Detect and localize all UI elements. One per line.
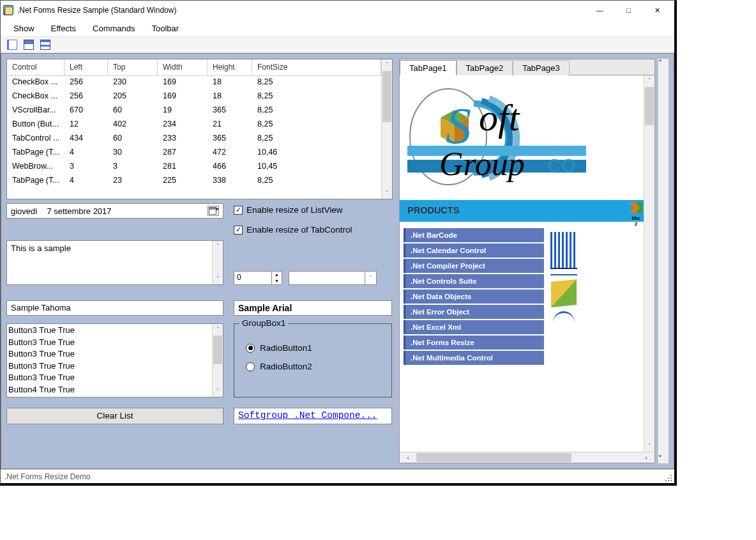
clear-list-button[interactable]: Clear List: [6, 408, 223, 424]
cell: 18: [208, 90, 252, 104]
scroll-thumb[interactable]: [645, 87, 654, 125]
groupbox: GroupBox1 RadioButton1 RadioButton2: [234, 323, 392, 397]
col-top[interactable]: Top: [108, 59, 158, 76]
scroll-up-icon[interactable]: ˄: [382, 59, 392, 70]
scroll-up-icon[interactable]: ˄: [644, 75, 654, 86]
col-fontsize[interactable]: FontSize: [252, 59, 381, 76]
scroll-down-icon[interactable]: ˅: [213, 386, 223, 397]
cell: 256: [64, 76, 108, 90]
form-icon[interactable]: [24, 40, 34, 50]
link-anchor[interactable]: Softgroup .Net Compone...: [238, 410, 377, 420]
product-item[interactable]: .Net Multimedia Control: [404, 351, 544, 365]
tab-page2[interactable]: TabPage2: [457, 60, 513, 75]
combobox[interactable]: ˅: [289, 271, 377, 285]
menu-commands[interactable]: Commands: [86, 22, 141, 35]
numeric-spinner[interactable]: 0 ▲ ▼: [234, 271, 282, 285]
cell: 281: [158, 160, 208, 174]
product-item[interactable]: .Net Data Objects: [404, 289, 544, 304]
browser-hscroll[interactable]: ‹ ›: [400, 452, 654, 463]
list-item[interactable]: Button3 True True: [8, 348, 211, 360]
scroll-down-icon[interactable]: ˅: [382, 188, 392, 199]
client-area: Control Left Top Width Height FontSize C…: [1, 53, 674, 469]
panel-vscroll[interactable]: ˄ ˅: [658, 59, 669, 463]
col-left[interactable]: Left: [64, 59, 108, 76]
product-item[interactable]: .Net Forms Resize: [404, 336, 544, 350]
close-button[interactable]: ✕: [643, 1, 672, 19]
spinner-up-icon[interactable]: ▲: [272, 272, 282, 278]
sample-textarea[interactable]: This is a sample ˄ ˅: [6, 240, 223, 285]
web-browser-content[interactable]: oft S Group CO PRODUCTS: [400, 75, 644, 452]
menu-bar: Show Effects Commands Toolbar: [1, 20, 674, 36]
menu-toolbar[interactable]: Toolbar: [146, 22, 186, 35]
product-item[interactable]: .Net BarCode: [404, 228, 544, 242]
table-row[interactable]: Button (But...12402234218,25: [7, 118, 381, 132]
list-item[interactable]: Button3 True True: [8, 360, 211, 373]
minimize-button[interactable]: —: [586, 1, 614, 19]
list-item[interactable]: Button3 True True: [8, 372, 211, 384]
product-item[interactable]: .Net Error Object: [404, 305, 544, 319]
listbox-scrollbar[interactable]: ˄ ˅: [212, 324, 223, 397]
resize-grip-icon[interactable]: [665, 474, 672, 482]
scroll-right-icon[interactable]: ›: [638, 452, 654, 463]
scroll-down-icon[interactable]: ˅: [213, 274, 223, 284]
textarea-scrollbar[interactable]: ˄ ˅: [212, 241, 223, 284]
scroll-up-icon[interactable]: ˄: [213, 324, 223, 335]
scroll-up-icon[interactable]: ˄: [658, 59, 669, 68]
table-row[interactable]: TabPage (T...43028747210,46: [7, 146, 381, 160]
checkbox-resize-tabcontrol[interactable]: ✓: [234, 226, 243, 235]
menu-show[interactable]: Show: [7, 22, 41, 35]
new-document-icon[interactable]: [7, 40, 17, 50]
col-width[interactable]: Width: [158, 59, 208, 76]
listbox[interactable]: Button3 True TrueButton3 True TrueButton…: [6, 323, 223, 397]
table-row[interactable]: CheckBox ...256205169188,25: [7, 90, 381, 104]
tahoma-textfield[interactable]: Sample Tahoma: [6, 300, 223, 316]
chevron-down-icon[interactable]: ˅: [365, 272, 376, 284]
cell: 18: [208, 76, 252, 90]
list-item[interactable]: Button3 True True: [8, 337, 211, 349]
scroll-down-icon[interactable]: ˅: [644, 441, 654, 452]
softgroup-link[interactable]: Softgroup .Net Compone...: [234, 408, 392, 424]
maximize-button[interactable]: □: [614, 1, 643, 19]
listview-scrollbar[interactable]: ˄ ˅: [381, 59, 392, 199]
col-height[interactable]: Height: [208, 59, 252, 76]
spinner-down-icon[interactable]: ▼: [272, 278, 282, 284]
product-item[interactable]: .Net Controls Suite: [404, 274, 544, 288]
cell: 205: [108, 90, 158, 104]
product-item[interactable]: .Net Compiler Project: [404, 259, 544, 273]
list-icon[interactable]: [40, 40, 50, 50]
tab-page3[interactable]: TabPage3: [513, 60, 570, 75]
cell: WebBrow...: [7, 160, 64, 174]
col-control[interactable]: Control: [7, 59, 64, 76]
controls-listview[interactable]: Control Left Top Width Height FontSize C…: [6, 59, 393, 199]
checkbox-resize-listview[interactable]: ✓: [234, 206, 243, 215]
table-row[interactable]: TabControl ...434602333658,25: [7, 132, 381, 146]
date-picker[interactable]: giovedì 7 settembre 2017: [6, 203, 223, 219]
cell: 365: [208, 104, 252, 118]
menu-effects[interactable]: Effects: [45, 22, 83, 35]
browser-vscroll[interactable]: ˄ ˅: [644, 75, 654, 452]
calendar-dropdown-icon[interactable]: [208, 206, 219, 216]
tab-page1[interactable]: TabPage1: [400, 60, 457, 75]
scroll-left-icon[interactable]: ‹: [400, 452, 416, 463]
app-window: .Net Forms Resize Sample (Standard Windo…: [0, 0, 677, 486]
table-row[interactable]: TabPage (T...4232253388,25: [7, 174, 381, 189]
groupbox-title: GroupBox1: [239, 318, 288, 328]
cell: 466: [208, 160, 252, 174]
scroll-down-icon[interactable]: ˅: [658, 454, 669, 463]
cell: 60: [108, 132, 158, 146]
radiobutton2[interactable]: [246, 362, 255, 371]
table-row[interactable]: VScrollBar...67060193658,25: [7, 104, 381, 118]
arial-textfield[interactable]: Sample Arial: [234, 300, 392, 316]
scroll-thumb[interactable]: [382, 71, 391, 122]
scroll-thumb[interactable]: [416, 453, 571, 462]
radiobutton1[interactable]: [246, 344, 255, 353]
list-item[interactable]: Button4 True True: [8, 384, 211, 396]
product-item[interactable]: .Net Calendar Control: [404, 243, 544, 258]
list-item[interactable]: Button3 True True: [8, 325, 211, 337]
spinner-value[interactable]: 0: [234, 272, 271, 284]
scroll-up-icon[interactable]: ˄: [213, 241, 223, 252]
table-row[interactable]: WebBrow...3328146610,45: [7, 160, 381, 174]
scroll-thumb[interactable]: [213, 336, 222, 364]
product-item[interactable]: .Net Excel Xml: [404, 320, 544, 334]
table-row[interactable]: CheckBox ...256230169188,25: [7, 76, 381, 90]
